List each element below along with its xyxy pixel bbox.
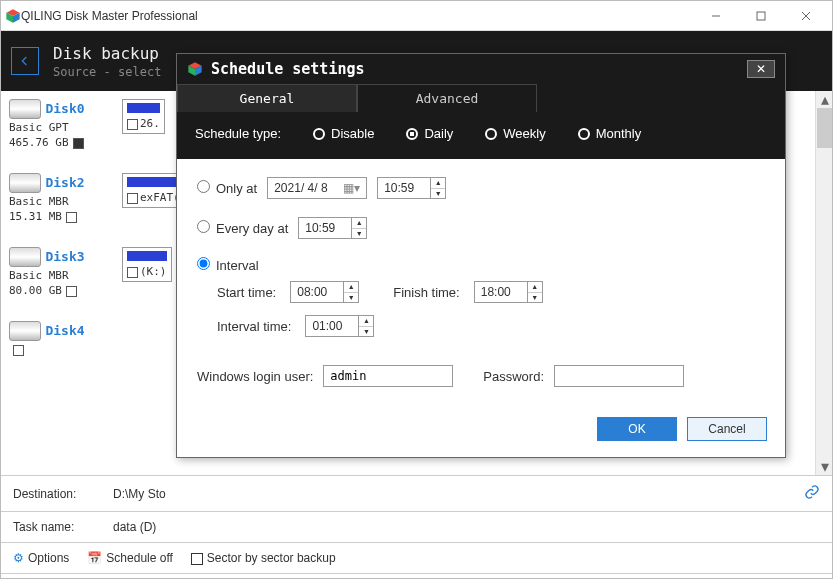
disk-type: Basic MBR	[9, 269, 114, 282]
spin-up-icon[interactable]: ▲	[359, 316, 373, 327]
dialog-logo-icon	[187, 61, 203, 77]
finish-time-label: Finish time:	[393, 285, 459, 300]
close-button[interactable]	[783, 2, 828, 30]
disk-checkbox[interactable]	[66, 212, 77, 223]
destination-label: Destination:	[13, 487, 103, 501]
interval-time-label: Interval time:	[217, 319, 291, 334]
partition[interactable]: (K:)	[122, 247, 172, 282]
gear-icon: ⚙	[13, 551, 24, 565]
header-title: Disk backup	[53, 44, 161, 63]
taskname-value: data (D)	[113, 520, 156, 534]
scroll-thumb[interactable]	[817, 108, 832, 148]
password-input[interactable]	[554, 365, 684, 387]
spin-up-icon[interactable]: ▲	[344, 282, 358, 293]
disk-name: Disk3	[45, 249, 84, 264]
link-icon[interactable]	[804, 484, 820, 503]
schedule-link[interactable]: 📅Schedule off	[87, 551, 173, 565]
interval-time-row: Interval time: 01:00 ▲▼	[217, 315, 765, 337]
spin-down-icon[interactable]: ▼	[344, 293, 358, 303]
app-logo-icon	[5, 8, 21, 24]
maximize-button[interactable]	[738, 2, 783, 30]
scroll-down-icon[interactable]: ▾	[816, 458, 832, 475]
dialog-footer: OK Cancel	[177, 405, 785, 457]
checkbox-icon	[191, 553, 203, 565]
radio-interval[interactable]: Interval	[197, 257, 259, 273]
every-day-time-input[interactable]: 10:59 ▲▼	[298, 217, 367, 239]
options-link[interactable]: ⚙Options	[13, 551, 69, 565]
tab-general[interactable]: General	[177, 84, 357, 112]
dialog-cancel-button[interactable]: Cancel	[687, 417, 767, 441]
radio-only-at[interactable]: Only at	[197, 180, 257, 196]
header-subtitle: Source - select	[53, 65, 161, 79]
login-user-label: Windows login user:	[197, 369, 313, 384]
schedule-type-label: Schedule type:	[195, 126, 281, 141]
disk-name: Disk2	[45, 175, 84, 190]
disk-size: 80.00 GB	[9, 284, 114, 297]
dialog-body: Only at 2021/ 4/ 8▦▾ 10:59 ▲▼ Every day …	[177, 159, 785, 405]
disk-icon	[9, 99, 41, 119]
dialog-close-button[interactable]: ✕	[747, 60, 775, 78]
scroll-up-icon[interactable]: ▴	[816, 91, 832, 108]
disk-type: Basic GPT	[9, 121, 114, 134]
start-time-label: Start time:	[217, 285, 276, 300]
partition-row: 26.	[122, 99, 165, 134]
disk-icon	[9, 173, 41, 193]
spin-up-icon[interactable]: ▲	[352, 218, 366, 229]
spin-down-icon[interactable]: ▼	[528, 293, 542, 303]
tab-advanced[interactable]: Advanced	[357, 84, 537, 112]
only-at-row: Only at 2021/ 4/ 8▦▾ 10:59 ▲▼	[197, 177, 765, 199]
dialog-title: Schedule settings	[211, 60, 747, 78]
calendar-dropdown-icon: ▦▾	[343, 181, 360, 195]
disk-checkbox[interactable]	[13, 345, 24, 356]
window-title: QILING Disk Master Professional	[21, 9, 693, 23]
partition[interactable]: 26.	[122, 99, 165, 134]
taskname-label: Task name:	[13, 520, 103, 534]
dialog-tabs: General Advanced	[177, 84, 785, 112]
disk-icon	[9, 247, 41, 267]
radio-every-day[interactable]: Every day at	[197, 220, 288, 236]
finish-time-input[interactable]: 18:00 ▲▼	[474, 281, 543, 303]
interval-time-input[interactable]: 01:00 ▲▼	[305, 315, 374, 337]
only-at-time-input[interactable]: 10:59 ▲▼	[377, 177, 446, 199]
schedule-type-row: Schedule type: Disable Daily Weekly Mont…	[177, 112, 785, 159]
disk-size: 15.31 MB	[9, 210, 114, 223]
scrollbar[interactable]: ▴ ▾	[815, 91, 832, 475]
spin-down-icon[interactable]: ▼	[431, 189, 445, 199]
calendar-icon: 📅	[87, 551, 102, 565]
disk-size	[9, 343, 114, 356]
options-row: ⚙Options 📅Schedule off Sector by sector …	[1, 542, 832, 573]
destination-row: Destination: D:\My Sto	[1, 475, 832, 511]
only-at-date-input[interactable]: 2021/ 4/ 8▦▾	[267, 177, 367, 199]
action-row: Proceed Cancel	[1, 573, 832, 579]
ok-button[interactable]: OK	[597, 417, 677, 441]
login-user-input[interactable]	[323, 365, 453, 387]
password-label: Password:	[483, 369, 544, 384]
login-row: Windows login user: Password:	[197, 365, 765, 387]
radio-disable[interactable]: Disable	[313, 126, 374, 141]
minimize-button[interactable]	[693, 2, 738, 30]
every-day-row: Every day at 10:59 ▲▼	[197, 217, 765, 239]
spin-up-icon[interactable]: ▲	[431, 178, 445, 189]
disk-name: Disk0	[45, 101, 84, 116]
radio-monthly[interactable]: Monthly	[578, 126, 642, 141]
destination-value: D:\My Sto	[113, 487, 166, 501]
disk-size: 465.76 GB	[9, 136, 114, 149]
interval-times-row: Start time: 08:00 ▲▼ Finish time: 18:00 …	[217, 281, 765, 303]
disk-type: Basic MBR	[9, 195, 114, 208]
back-icon[interactable]	[11, 47, 39, 75]
schedule-settings-dialog: Schedule settings ✕ General Advanced Sch…	[176, 53, 786, 458]
disk-checkbox[interactable]	[73, 138, 84, 149]
spin-up-icon[interactable]: ▲	[528, 282, 542, 293]
spin-down-icon[interactable]: ▼	[359, 327, 373, 337]
sector-checkbox[interactable]: Sector by sector backup	[191, 551, 336, 565]
interval-row: Interval	[197, 257, 765, 273]
radio-weekly[interactable]: Weekly	[485, 126, 545, 141]
radio-daily[interactable]: Daily	[406, 126, 453, 141]
svg-rect-4	[757, 12, 765, 20]
start-time-input[interactable]: 08:00 ▲▼	[290, 281, 359, 303]
titlebar: QILING Disk Master Professional	[1, 1, 832, 31]
spin-down-icon[interactable]: ▼	[352, 229, 366, 239]
disk-icon	[9, 321, 41, 341]
disk-checkbox[interactable]	[66, 286, 77, 297]
disk-name: Disk4	[45, 323, 84, 338]
